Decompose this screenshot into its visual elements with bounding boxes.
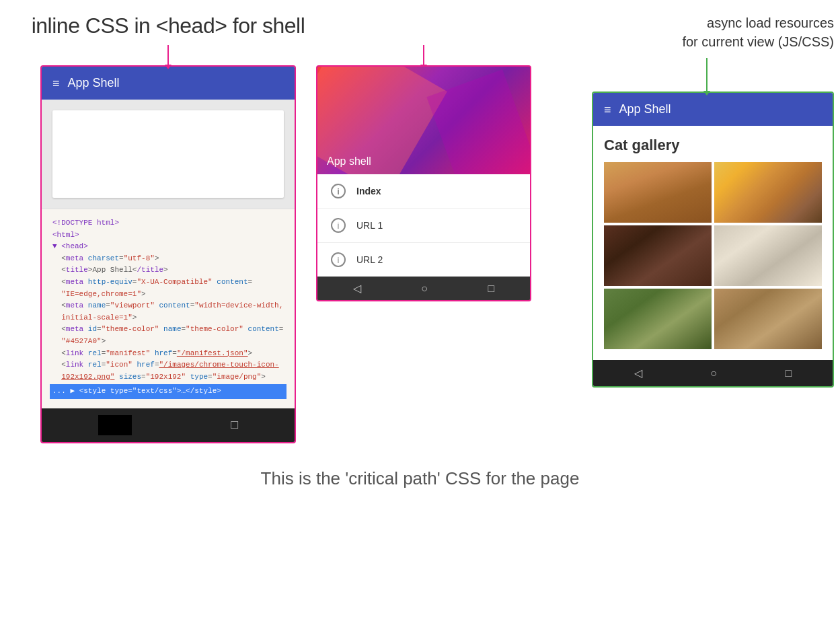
middle-app-shell-label: App shell [327,155,371,168]
left-toolbar: ≡ App Shell [42,67,295,100]
code-line-2: <html> [52,229,284,242]
main-container: inline CSS in <head> for shell ≡ App She… [0,0,840,503]
cat-grid [604,162,822,349]
code-line-4: <meta charset="utf-8"> [52,253,284,265]
left-arrow-icon [167,45,169,65]
code-line-3: ▼ <head> [52,241,284,253]
right-toolbar: ≡ App Shell [593,93,833,126]
left-phone-navbar: □ [42,408,295,442]
middle-hero-image: App shell [317,67,530,174]
cat-image-5 [604,289,712,349]
code-line-5: <title>App Shell</title> [52,264,284,277]
nav-black-box [98,415,132,435]
cat-image-6 [714,289,822,349]
middle-arrow-icon [423,45,424,65]
cat-gallery-content: Cat gallery [593,126,833,360]
left-section: inline CSS in <head> for shell ≡ App She… [27,13,309,443]
cat-image-3 [604,225,712,286]
phone-middle: App shell i Index i URL 1 i URL 2 [316,65,531,301]
right-heading: async load resourcesfor current view (JS… [682,13,840,51]
middle-section: placeholder App shell i Index i URL 1 [303,13,545,301]
right-arrow-icon [706,58,708,92]
code-line-8: <meta name="viewport" content="width=dev… [52,300,284,312]
bottom-caption: This is the 'critical path' CSS for the … [27,468,813,489]
left-toolbar-title: App Shell [68,76,120,90]
middle-nav-back-icon: ◁ [353,282,361,295]
left-heading: inline CSS in <head> for shell [32,13,305,38]
cat-gallery-title: Cat gallery [604,137,822,154]
right-toolbar-title: App Shell [619,102,671,116]
code-section: <!DOCTYPE html> <html> ▼ <head> <meta ch… [42,209,295,408]
drawer-label-index: Index [356,186,381,196]
right-phone-navbar: ◁ ○ □ [593,360,833,386]
right-nav-square-icon: □ [786,367,792,379]
top-row: inline CSS in <head> for shell ≡ App She… [27,13,813,458]
code-line-9: initial-scale=1"> [52,312,284,324]
drawer-label-url2: URL 2 [356,254,383,265]
drawer-item-url1[interactable]: i URL 1 [317,209,530,243]
left-content-area [42,100,295,209]
middle-nav-home-icon: ○ [421,283,428,295]
drawer-item-index[interactable]: i Index [317,174,530,209]
code-line-14: 192x192.png" sizes="192x192" type="image… [52,371,284,383]
drawer-label-url1: URL 1 [356,220,383,231]
code-line-7: "IE=edge,chrome=1"> [52,289,284,301]
middle-nav-square-icon: □ [488,283,495,295]
hamburger-icon: ≡ [52,77,60,89]
info-icon-url2: i [331,252,346,267]
middle-phone-navbar: ◁ ○ □ [317,277,530,300]
phone-left: ≡ App Shell <!DOCTYPE html> <html> ▼ <he… [40,65,296,443]
cat-image-2 [714,162,822,223]
info-icon-index: i [331,184,346,198]
code-line-11: "#4527A0"> [52,336,284,348]
right-nav-back-icon: ◁ [634,367,642,379]
code-line-1: <!DOCTYPE html> [52,217,284,229]
drawer-item-url2[interactable]: i URL 2 [317,243,530,277]
code-line-12: <link rel="manifest" href="/manifest.jso… [52,348,284,360]
drawer-menu: i Index i URL 1 i URL 2 [317,174,530,277]
info-icon-url1: i [331,218,346,233]
phone-right: ≡ App Shell Cat gallery [592,92,834,388]
code-line-13: <link rel="icon" href="/images/chrome-to… [52,359,284,371]
right-nav-home-icon: ○ [710,367,717,379]
code-line-6: <meta http-equiv="X-UA-Compatible" conte… [52,277,284,289]
code-highlight-line: ... ▶ <style type="text/css">…</style> [50,384,287,399]
right-hamburger-icon: ≡ [604,104,611,116]
nav-square-icon: □ [231,418,238,432]
cat-image-1 [604,162,712,223]
right-section: async load resourcesfor current view (JS… [585,13,840,388]
content-white-box [52,110,284,198]
code-line-10: <meta id="theme-color" name="theme-color… [52,324,284,336]
cat-image-4 [714,225,822,286]
